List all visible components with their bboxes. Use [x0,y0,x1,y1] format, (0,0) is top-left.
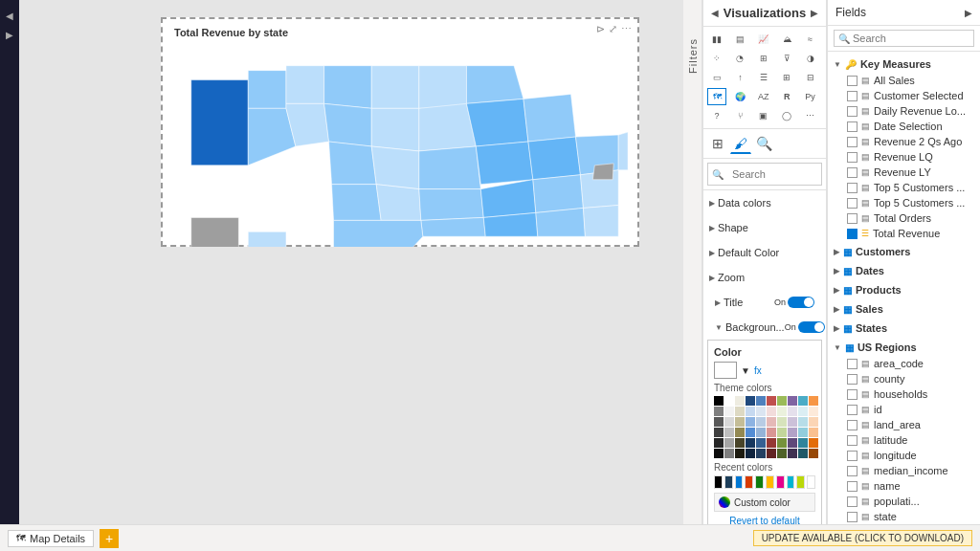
color-cell[interactable] [788,449,797,458]
color-cell[interactable] [809,407,818,416]
color-cell[interactable] [798,438,808,448]
viz-icon-funnel[interactable]: ⊽ [777,50,796,67]
color-cell[interactable] [735,449,745,458]
color-cell[interactable] [714,438,724,448]
viz-section-zoom-header[interactable]: ▶ Zoom [709,269,820,286]
field-checkbox[interactable] [847,481,858,492]
viz-icon-py[interactable]: Py [801,88,820,105]
color-cell[interactable] [788,428,797,437]
nav-icon-1[interactable]: ◀ [2,8,17,23]
color-cell[interactable] [714,428,724,437]
update-bar[interactable]: UPDATE AVAILABLE (CLICK TO DOWNLOAD) [753,530,972,546]
field-checkbox[interactable] [847,121,858,132]
field-item[interactable]: ▤ latitude [828,432,980,448]
color-cell[interactable] [724,438,734,448]
field-item[interactable]: ▤ Top 5 Customers ... [828,180,980,195]
title-toggle-track[interactable] [788,297,814,308]
color-cell[interactable] [724,428,734,437]
revert-to-default-button[interactable]: Revert to default [714,514,815,524]
color-cell[interactable] [746,428,755,437]
field-checkbox[interactable] [847,512,858,522]
color-cell[interactable] [788,407,797,416]
viz-icon-qna[interactable]: ? [707,107,726,124]
recent-color-cell[interactable] [807,475,815,489]
field-checkbox[interactable] [847,91,858,101]
field-checkbox[interactable] [847,167,858,178]
field-item[interactable]: ▤ id [828,402,980,417]
add-tab-button[interactable]: + [100,529,119,548]
field-item[interactable]: ▤ Daily Revenue Lo... [828,103,980,119]
viz-section-data-colors-header[interactable]: ▶ Data colors [709,194,820,211]
color-cell[interactable] [767,417,776,427]
recent-color-cell[interactable] [745,475,753,489]
viz-tab-format[interactable]: 🖌 [730,133,751,154]
title-section-header[interactable]: ▶ Title [715,297,743,308]
color-cell[interactable] [756,449,766,458]
color-cell[interactable] [735,438,745,448]
color-cell[interactable] [809,417,818,427]
color-cell[interactable] [788,438,797,448]
recent-color-cell[interactable] [796,475,805,489]
field-item[interactable]: ▤ county [828,371,980,386]
viz-icon-r[interactable]: R [777,88,796,105]
fields-search-input[interactable] [853,33,948,44]
color-cell[interactable] [746,438,755,448]
color-cell[interactable] [798,396,808,406]
nav-icon-2[interactable]: ▶ [2,27,17,42]
field-item[interactable]: ▤ populati... [828,494,980,509]
field-item[interactable]: ▤ name [828,478,980,494]
color-cell[interactable] [777,449,787,458]
recent-color-cell[interactable] [776,475,785,489]
field-item[interactable]: ▤ longitude [828,448,980,463]
viz-icon-gauge[interactable]: ◑ [801,50,820,67]
field-checkbox[interactable] [847,389,858,400]
viz-icon-pie[interactable]: ◔ [730,50,749,67]
field-checkbox[interactable] [847,183,858,193]
viz-icon-card[interactable]: ▭ [707,69,726,86]
filter-icon[interactable]: ⊳ [596,23,605,35]
field-item[interactable]: ▤ Top 5 Customers ... [828,195,980,210]
viz-search-input[interactable] [726,165,803,183]
color-cell[interactable] [788,396,797,406]
color-cell[interactable] [767,396,776,406]
field-group-header-us-regions[interactable]: ▼ ▦ US Regions [828,339,980,356]
map-details-tab[interactable]: 🗺 Map Details [8,530,94,547]
color-dropdown-btn[interactable]: ▼ [741,365,750,376]
field-item[interactable]: ▤ state [828,509,980,524]
color-cell[interactable] [714,407,724,416]
color-cell[interactable] [735,407,745,416]
field-checkbox[interactable] [847,137,858,147]
viz-tab-analytics[interactable]: 🔍 [753,133,774,154]
field-checkbox[interactable] [847,152,858,163]
field-item[interactable]: ▤ Total Orders [828,210,980,226]
viz-icon-ribbon[interactable]: ≈ [801,31,820,48]
recent-color-cell[interactable] [755,475,764,489]
color-cell[interactable] [756,407,766,416]
recent-color-cell[interactable] [724,475,733,489]
color-cell[interactable] [777,428,787,437]
recent-color-cell[interactable] [787,475,795,489]
field-item[interactable]: ▤ area_code [828,356,980,371]
viz-icon-decomp[interactable]: ⑂ [730,107,749,124]
field-checkbox[interactable] [847,229,858,239]
field-checkbox[interactable] [847,496,858,507]
field-item[interactable]: ▤ land_area [828,417,980,432]
color-cell[interactable] [777,417,787,427]
bg-section-header[interactable]: ▼ Backgroun... [715,321,785,333]
custom-color-button[interactable]: Custom color [714,493,815,512]
viz-icon-line[interactable]: 📈 [754,31,773,48]
color-cell[interactable] [756,428,766,437]
color-cell[interactable] [809,428,818,437]
recent-color-cell[interactable] [735,475,744,489]
color-cell[interactable] [746,396,755,406]
color-cell[interactable] [788,417,797,427]
field-item[interactable]: ▤ Customer Selected [828,88,980,103]
viz-icon-treemap[interactable]: ⊞ [754,50,773,67]
bg-toggle-track[interactable] [798,321,825,333]
viz-tab-build[interactable]: ⊞ [707,133,728,154]
color-cell[interactable] [809,396,818,406]
color-cell[interactable] [767,449,776,458]
color-cell[interactable] [756,438,766,448]
viz-icon-area[interactable]: ⛰ [777,31,796,48]
viz-icon-slicer[interactable]: ☰ [754,69,773,86]
